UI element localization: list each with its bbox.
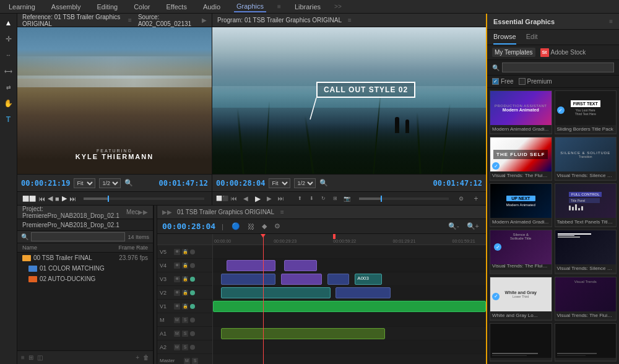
template-card-6[interactable]: Silence &Solitude Title ✓ Visual Trends:…	[490, 230, 552, 274]
selection-tool[interactable]: ▲	[3, 17, 14, 28]
prog-fit-select[interactable]: Fit	[269, 178, 290, 188]
proj-grid-view[interactable]: ⊞	[28, 354, 33, 361]
clip-a1-1[interactable]	[221, 328, 385, 339]
track-m-mute[interactable]: M	[174, 317, 180, 323]
ripple-tool[interactable]: ↔	[3, 50, 14, 61]
prog-res-select[interactable]: 1/2	[294, 178, 316, 188]
template-card-5[interactable]: FULL CONTROL Title Panel Tabbed Text Pan…	[555, 183, 617, 227]
ref-play[interactable]: ▶	[62, 194, 67, 202]
prog-icon-settings[interactable]: ⚙	[456, 194, 466, 204]
track-v1-lock[interactable]: 🔒	[182, 303, 188, 310]
track-v2-toggle[interactable]	[190, 290, 195, 295]
free-filter[interactable]: ✓ Free	[492, 78, 514, 85]
track-master-mute[interactable]: M	[184, 358, 190, 364]
tl-magnet-btn[interactable]: 🔵	[230, 222, 242, 231]
prog-scrubber[interactable]	[359, 197, 449, 200]
track-v1-eye[interactable]: 👁	[174, 303, 180, 310]
ref-res-select[interactable]: 1/2	[99, 178, 121, 188]
menu-assembly[interactable]: Assembly	[49, 2, 84, 12]
my-templates-btn[interactable]: My Templates	[492, 48, 535, 57]
track-a1-toggle[interactable]	[190, 331, 195, 336]
track-a1-mute[interactable]: M	[174, 331, 180, 337]
track-v5-eye[interactable]: 👁	[174, 249, 180, 255]
premium-filter[interactable]: Premium	[519, 78, 552, 85]
template-card-3[interactable]: SILENCE & SOLITUDE Transition Visual Tre…	[555, 137, 617, 181]
track-a2-solo[interactable]: S	[182, 344, 188, 350]
clip-v2-2[interactable]	[335, 287, 390, 298]
ref-scrubber[interactable]	[84, 197, 204, 200]
template-card-7[interactable]: Visual Trends: Silence &...	[555, 230, 617, 274]
prog-icon-multi[interactable]: ⬜⬛	[217, 194, 227, 204]
prog-icon-add[interactable]: +	[471, 194, 481, 204]
track-v1-toggle[interactable]	[190, 304, 195, 309]
track-v4-lock[interactable]: 🔒	[182, 262, 188, 269]
project-search-input[interactable]	[31, 232, 125, 241]
menu-editing[interactable]: Editing	[95, 2, 121, 12]
prog-play-btn[interactable]: ▶	[253, 194, 262, 204]
timeline-timecode[interactable]: 00:00:28:04	[162, 222, 215, 231]
template-card-8[interactable]: White and Gray Lower Third ✓ White and G…	[490, 277, 552, 321]
prog-icon-safe-margins[interactable]: ⊞	[330, 194, 340, 204]
razor-tool[interactable]: ⟷	[3, 66, 14, 77]
track-v3-lock[interactable]: 🔒	[182, 276, 188, 282]
premium-checkbox[interactable]	[519, 78, 526, 85]
menu-graphics[interactable]: Graphics	[234, 1, 266, 12]
prog-icon-nextframe[interactable]: ▶	[264, 194, 274, 204]
clip-v3-1[interactable]	[221, 274, 275, 285]
prog-icon-out[interactable]: ⏭	[276, 194, 286, 204]
track-v3-toggle[interactable]	[190, 277, 195, 282]
proj-list-view[interactable]: ≡	[21, 354, 25, 361]
prog-icon-camera[interactable]: 📷	[342, 194, 352, 204]
proj-delete-btn[interactable]: 🗑	[143, 354, 149, 361]
tl-marker-btn[interactable]: ◆	[260, 222, 269, 231]
ref-stop[interactable]: ■	[55, 195, 59, 202]
prog-icon-loop[interactable]: ↻	[318, 194, 328, 204]
ref-play-back[interactable]: ◀	[48, 194, 53, 202]
prog-icon-in[interactable]: ⏮	[229, 194, 239, 204]
hand-tool[interactable]: ✋	[3, 98, 14, 109]
template-card-9[interactable]: Visual Trends Visual Trends: The Fluid .…	[555, 277, 617, 321]
proj-new-btn[interactable]: +	[136, 354, 139, 361]
menu-color[interactable]: Color	[131, 2, 152, 12]
project-item-2[interactable]: 02 AUTO-DUCKING	[17, 274, 153, 284]
menu-more[interactable]: >>	[334, 3, 342, 10]
template-card-10[interactable]	[490, 323, 552, 362]
proj-icon-view[interactable]: ◫	[37, 354, 43, 361]
tl-settings-btn[interactable]: ⚙	[272, 222, 282, 231]
tl-zoom-in[interactable]: 🔍+	[465, 222, 481, 231]
track-m-toggle[interactable]	[190, 318, 195, 323]
menu-effects[interactable]: Effects	[163, 2, 189, 12]
slip-tool[interactable]: ⇄	[3, 82, 14, 93]
ref-fit-select[interactable]: Fit	[74, 178, 95, 188]
track-a2-mute[interactable]: M	[174, 344, 180, 350]
menu-libraries[interactable]: Libraries	[292, 2, 323, 12]
clip-v3-4[interactable]: A003	[355, 274, 382, 285]
track-v4-eye[interactable]: 👁	[174, 262, 180, 269]
prog-icon-prevframe[interactable]: ◀	[241, 194, 251, 204]
track-v3-eye[interactable]: 👁	[174, 276, 180, 282]
prog-icon-lift[interactable]: ⬆	[295, 194, 305, 204]
adobe-stock-btn[interactable]: St Adobe Stock	[540, 48, 586, 57]
free-checkbox[interactable]: ✓	[492, 78, 499, 85]
track-a2-toggle[interactable]	[190, 345, 195, 350]
clip-v1-main[interactable]	[213, 301, 486, 312]
clip-v3-2[interactable]	[281, 274, 322, 285]
project-item-1[interactable]: 01 COLOR MATCHING	[17, 263, 153, 274]
text-tool[interactable]: T	[3, 114, 14, 125]
project-item-0[interactable]: 00 TSB Trailer FINAL 23.976 fps	[17, 253, 153, 263]
ref-timecode[interactable]: 00:00:21:19	[21, 179, 70, 188]
track-v5-toggle[interactable]	[190, 249, 195, 254]
clip-v3-3[interactable]	[327, 274, 349, 285]
ref-step-back[interactable]: ⏮	[38, 195, 45, 202]
pen-tool[interactable]: ✛	[3, 33, 14, 45]
tl-zoom-out[interactable]: 🔍-	[446, 222, 461, 231]
clip-v4-2[interactable]	[284, 260, 317, 271]
track-m-solo[interactable]: S	[182, 317, 188, 323]
template-card-1[interactable]: FIRST TEXT You Loot Here Third Text Here…	[555, 90, 617, 134]
track-v2-eye[interactable]: 👁	[174, 290, 180, 296]
track-v4-toggle[interactable]	[190, 263, 195, 268]
menu-audio[interactable]: Audio	[201, 2, 223, 12]
prog-timecode[interactable]: 00:00:28:04	[216, 179, 265, 188]
tab-edit[interactable]: Edit	[526, 30, 538, 45]
track-master-solo[interactable]: S	[192, 358, 198, 364]
